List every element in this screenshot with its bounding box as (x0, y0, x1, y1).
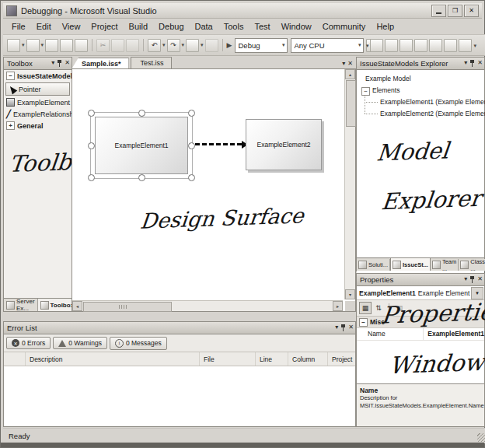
properties-window-icon[interactable] (385, 39, 398, 52)
toolbox-window-icon[interactable] (414, 39, 427, 52)
scroll-left-icon[interactable]: ◂ (72, 301, 82, 311)
cut-icon[interactable]: ✂ (96, 39, 110, 52)
redo-icon[interactable]: ↷ (167, 39, 180, 52)
toolbar-overflow-icon[interactable]: ▾ (366, 43, 369, 49)
tab-sample-iss[interactable]: Sample.iss* (72, 58, 129, 69)
platform-dropdown-icon[interactable]: ▾ (358, 42, 361, 48)
close-icon[interactable]: ✕ (65, 58, 70, 68)
close-button[interactable]: ✕ (464, 5, 479, 17)
auto-hide-pin-icon[interactable] (57, 59, 62, 68)
auto-hide-pin-icon[interactable] (469, 59, 475, 68)
warnings-filter-button[interactable]: 0 Warnings (53, 337, 107, 349)
property-value-cell[interactable]: ExampleElement1 (424, 328, 484, 340)
window-position-icon[interactable]: ▾ (51, 58, 54, 68)
menu-view[interactable]: View (57, 20, 86, 33)
save-icon[interactable] (60, 39, 73, 52)
error-list-icon[interactable] (429, 39, 442, 52)
selection-handle[interactable] (138, 110, 145, 117)
categorized-icon[interactable]: ▦ (359, 302, 372, 314)
collapse-icon[interactable]: − (361, 87, 370, 96)
shape-exampleelement1[interactable]: ExampleElement1 (95, 117, 188, 174)
toolbox-group-general[interactable]: + General (4, 120, 72, 131)
menu-file[interactable]: File (6, 20, 31, 33)
close-icon[interactable]: ✕ (348, 323, 354, 332)
copy-icon[interactable] (111, 39, 124, 52)
relationship-connector[interactable] (195, 143, 242, 145)
immediate-window-icon[interactable] (459, 39, 472, 52)
description-column-header[interactable]: Description (26, 352, 200, 366)
new-project-dropdown-icon[interactable]: ▾ (22, 42, 25, 48)
menu-window[interactable]: Window (276, 20, 317, 33)
save-all-icon[interactable] (75, 39, 88, 52)
menu-tools[interactable]: Tools (218, 20, 249, 33)
file-column-header[interactable]: File (200, 352, 256, 366)
selection-handle[interactable] (188, 142, 195, 149)
horizontal-scrollbar[interactable]: ◂ ▸ (72, 300, 343, 311)
navigate-dropdown-icon[interactable]: ▾ (201, 42, 204, 48)
tree-root[interactable]: Example Model (365, 75, 411, 82)
toolbox-item-examplerelationship[interactable]: ╱ ExampleRelationship (4, 108, 72, 120)
window-position-icon[interactable]: ▾ (464, 275, 467, 284)
tree-node-exampleelement2[interactable]: ExampleElement2 (Example Element) (380, 110, 485, 117)
navigate-icon[interactable] (186, 39, 199, 52)
navigate-forward-icon[interactable] (205, 39, 218, 52)
start-debug-icon[interactable]: ▶ (227, 41, 232, 49)
minimize-button[interactable] (431, 5, 446, 17)
toolbox-group-issuestatemodels[interactable]: − IssueStateModels (4, 70, 72, 82)
file-list-dropdown-icon[interactable]: ▾ (342, 59, 345, 68)
add-item-dropdown-icon[interactable]: ▾ (41, 42, 44, 48)
command-window-icon[interactable] (444, 39, 457, 52)
add-item-icon[interactable] (26, 39, 40, 52)
resize-grip[interactable] (477, 433, 485, 442)
object-browser-icon[interactable] (400, 39, 413, 52)
shape-exampleelement2[interactable]: ExampleElement2 (246, 119, 322, 170)
close-document-icon[interactable]: ✕ (347, 59, 353, 68)
redo-dropdown-icon[interactable]: ▾ (182, 42, 185, 48)
selection-handle[interactable] (88, 174, 95, 181)
errors-filter-button[interactable]: ✕ 0 Errors (6, 337, 51, 349)
toolbox-item-pointer[interactable]: Pointer (5, 82, 70, 96)
menu-build[interactable]: Build (124, 20, 153, 33)
selection-handle[interactable] (138, 174, 145, 181)
menu-community[interactable]: Community (317, 20, 372, 33)
auto-hide-pin-icon[interactable] (469, 275, 475, 284)
menu-project[interactable]: Project (85, 20, 123, 33)
selection-handle[interactable] (188, 174, 195, 181)
window-position-icon[interactable]: ▾ (335, 323, 338, 332)
window-list-dropdown-icon[interactable]: ▾ (473, 43, 476, 49)
vertical-scrollbar[interactable]: ▴ ▾ (344, 69, 355, 299)
tree-node-exampleelement1[interactable]: ExampleElement1 (Example Element) (380, 98, 485, 106)
vertical-scroll-thumb[interactable] (346, 80, 356, 127)
tree-node-elements[interactable]: Elements (372, 86, 400, 94)
collapse-icon[interactable]: − (359, 318, 368, 327)
messages-filter-button[interactable]: i 0 Messages (110, 337, 167, 350)
close-icon[interactable]: ✕ (477, 58, 483, 68)
project-column-header[interactable]: Project (328, 352, 355, 366)
design-canvas[interactable]: ExampleElement1 ExampleElement2 Design S… (72, 69, 343, 299)
scroll-right-icon[interactable]: ▸ (333, 301, 343, 311)
tab-server-explorer[interactable]: Server Ex... (4, 299, 38, 311)
expand-icon[interactable]: + (6, 121, 15, 130)
toolbox-item-exampleelement[interactable]: ExampleElement (4, 96, 72, 108)
close-icon[interactable]: ✕ (477, 275, 483, 284)
undo-icon[interactable]: ↶ (148, 39, 161, 52)
selection-handle[interactable] (88, 110, 95, 117)
tab-team-explorer[interactable]: Team ... (431, 259, 459, 271)
solution-explorer-icon[interactable] (370, 39, 383, 52)
scroll-up-icon[interactable]: ▴ (345, 69, 355, 79)
tab-issuestatemodels-explorer[interactable]: IssueSt... (390, 257, 431, 271)
tab-test-iss[interactable]: Test.iss (131, 57, 172, 69)
window-position-icon[interactable]: ▾ (464, 58, 467, 68)
horizontal-scroll-thumb[interactable] (83, 302, 172, 312)
menu-test[interactable]: Test (249, 20, 275, 33)
menu-data[interactable]: Data (190, 20, 218, 33)
menu-debug[interactable]: Debug (153, 20, 189, 33)
tab-class-view[interactable]: Class ... (459, 259, 485, 271)
line-column-header[interactable]: Line (256, 352, 288, 366)
solution-configurations-combo[interactable]: Debug ▾ (235, 38, 288, 53)
menu-edit[interactable]: Edit (31, 20, 57, 33)
selection-handle[interactable] (188, 110, 195, 117)
tab-solution-explorer[interactable]: Soluti... (357, 259, 390, 271)
column-column-header[interactable]: Column (288, 352, 328, 366)
new-project-icon[interactable] (7, 39, 20, 52)
